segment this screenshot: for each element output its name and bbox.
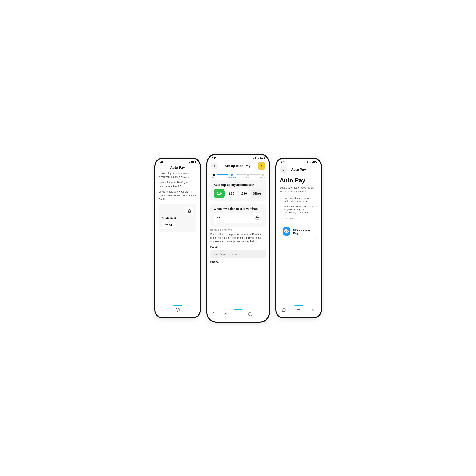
- center-nav-menu[interactable]: [258, 310, 267, 318]
- right-bottom-nav: £: [276, 304, 321, 317]
- check-list: ✓ Set repeat top-ups for yo... meter whe…: [280, 196, 317, 214]
- svg-text:£: £: [161, 308, 163, 311]
- step-done-label: Done: [260, 177, 265, 179]
- right-nav-home[interactable]: [280, 306, 288, 314]
- setup-autopay-label: Set up Auto Pay: [293, 228, 314, 235]
- step-done: Done: [260, 174, 265, 179]
- right-status-bar: 9:41 ▲: [276, 159, 321, 165]
- left-desc-1: c PAYG top-ups so you never when your ba…: [159, 171, 196, 179]
- check-item-1: ✓ Set repeat top-ups for yo... meter whe…: [280, 196, 317, 203]
- autopay-desc: Set up automatic PAYG top-u...forget to …: [280, 186, 317, 193]
- left-credit-card: Credit limit £2.00: [159, 204, 196, 232]
- step-line-2: [236, 174, 246, 175]
- left-nav-pound[interactable]: £: [159, 306, 167, 314]
- center-status-icons: ▲: [253, 157, 265, 160]
- left-battery-icons: ▲: [189, 161, 196, 163]
- setup-autopay-button[interactable]: Set up Auto Pay: [280, 224, 317, 239]
- right-status-icons: ▲: [305, 161, 317, 164]
- checkmark-1: ✓: [280, 197, 282, 200]
- right-battery-icon: [312, 161, 317, 163]
- battery-icon: [191, 161, 196, 163]
- right-back-button[interactable]: [280, 166, 287, 173]
- center-wifi-icon: ▲: [257, 157, 259, 160]
- autopay-title: Auto Pay: [280, 177, 317, 184]
- step-energy-dot: [213, 174, 215, 176]
- svg-point-18: [297, 309, 298, 310]
- amount-30-button[interactable]: £30: [239, 189, 250, 198]
- lock-icon: [255, 216, 259, 221]
- left-status-bar: ▲: [155, 159, 200, 164]
- email-label: Email: [210, 245, 266, 249]
- credit-value: £2.00: [162, 221, 175, 229]
- setup-autopay-icon: [283, 227, 290, 236]
- svg-text:£: £: [237, 312, 238, 316]
- amount-10-button[interactable]: £10: [214, 189, 224, 198]
- right-time: 9:41: [281, 161, 286, 164]
- receipt-section: NEED A RECEIPT? If you'd like a receipt …: [210, 229, 266, 263]
- get-started-label: GET STARTED: [280, 218, 317, 220]
- amount-20-button[interactable]: £20: [226, 189, 237, 198]
- balance-card-title: When my balance is lower than:: [214, 207, 262, 210]
- left-desc-3: op-up is paid with your bank ll never go…: [159, 190, 196, 201]
- center-back-button[interactable]: [211, 163, 218, 169]
- svg-text:?: ?: [250, 313, 251, 315]
- check-text-2: Your auto top-up is paid ... card, so yo…: [284, 204, 317, 214]
- step-pay-dot: [247, 174, 249, 176]
- step-amount-label: Amount: [228, 177, 236, 179]
- right-nav-pound[interactable]: £: [309, 306, 318, 314]
- svg-text:?: ?: [177, 308, 178, 311]
- left-header-title: Auto Pay: [170, 166, 185, 170]
- step-line-1: [217, 174, 228, 175]
- svg-point-20: [299, 309, 300, 310]
- right-wifi-icon: ▲: [309, 161, 311, 164]
- center-lightning-button[interactable]: [258, 162, 265, 170]
- left-phone: ▲ Auto Pay c PAYG top-ups so you never w…: [154, 158, 201, 319]
- center-nav-home[interactable]: [209, 310, 218, 318]
- step-energy: Energy: [211, 174, 218, 179]
- step-amount-dot: [231, 174, 233, 176]
- left-nav-indicator: [173, 305, 182, 306]
- step-line-3: [250, 174, 260, 175]
- right-nav-activity[interactable]: [294, 306, 303, 314]
- check-item-2: ✓ Your auto top-up is paid ... card, so …: [280, 204, 317, 214]
- center-nav-question[interactable]: ?: [246, 310, 255, 318]
- svg-text:£: £: [312, 308, 314, 311]
- left-signal-icons: [160, 161, 163, 163]
- amount-row: £10 £20 £30 Other: [214, 189, 262, 198]
- step-pay-label: Pay: [246, 177, 250, 179]
- receipt-section-label: NEED A RECEIPT?: [210, 229, 266, 232]
- center-time: 9:41: [212, 157, 217, 160]
- balance-value: £2: [217, 216, 220, 220]
- step-done-dot: [262, 174, 264, 176]
- center-stepper: Energy Amount Pay Done: [207, 171, 269, 180]
- center-nav-pound[interactable]: £: [234, 310, 242, 318]
- phone-label: Phone: [210, 260, 266, 263]
- center-phone: 9:41 ▲ Set up Auto Pay: [206, 153, 270, 323]
- checkmark-2: ✓: [280, 205, 282, 208]
- left-header: Auto Pay: [155, 164, 200, 171]
- right-header-title: Auto Pay: [291, 168, 306, 172]
- right-nav-indicator: [294, 305, 303, 306]
- credit-limit-label: Credit limit: [162, 217, 193, 220]
- center-nav-activity[interactable]: [221, 310, 230, 318]
- center-nav-indicator: [234, 309, 242, 310]
- email-input[interactable]: [210, 250, 266, 258]
- step-energy-label: Energy: [211, 177, 218, 179]
- balance-card: When my balance is lower than: £2: [210, 204, 266, 227]
- trash-button[interactable]: [186, 207, 193, 215]
- svg-rect-7: [256, 217, 259, 219]
- left-desc-2: op-ups for your PAYG your balance reache…: [159, 181, 196, 188]
- left-nav-question[interactable]: ?: [173, 306, 182, 314]
- center-header-title: Set up Auto Pay: [224, 164, 250, 168]
- center-bottom-nav: £ ?: [207, 308, 269, 322]
- left-nav-menu[interactable]: [188, 306, 197, 314]
- center-battery-icon: [260, 157, 265, 159]
- svg-point-19: [298, 309, 299, 309]
- amount-other-button[interactable]: Other: [251, 189, 262, 198]
- right-scroll-content: Auto Pay Set up automatic PAYG top-u...f…: [276, 175, 321, 298]
- left-bottom-nav: £ ?: [155, 304, 200, 317]
- receipt-description: If you'd like a receipt when your Auto P…: [210, 233, 266, 243]
- svg-marker-6: [260, 164, 263, 168]
- step-pay: Pay: [246, 174, 250, 179]
- topup-card: Auto top-up my account with: £10 £20 £30…: [210, 180, 266, 201]
